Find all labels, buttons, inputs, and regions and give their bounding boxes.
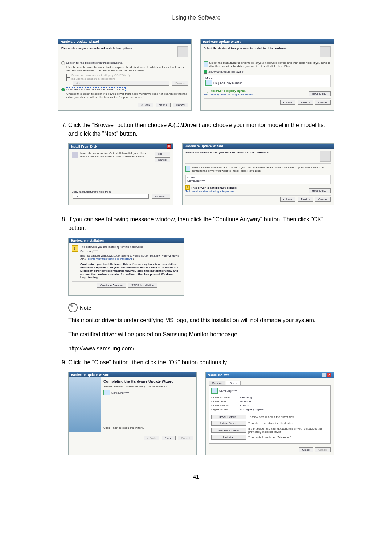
warning-icon: !: [185, 185, 190, 190]
uninstall-button[interactable]: Uninstall: [211, 435, 246, 440]
page-header: Using the Software: [0, 15, 392, 21]
driver-details-button[interactable]: Driver Details...: [211, 415, 246, 419]
close-icon[interactable]: ×: [327, 373, 331, 377]
hardware-installation-dialog: Hardware Installation ! The software you…: [68, 238, 184, 296]
back-button[interactable]: < Back: [280, 100, 296, 105]
page-number: 41: [0, 473, 392, 480]
check-label: Include this location in the search:: [71, 77, 115, 81]
why-signing-link[interactable]: Tell me why driver signing is important: [185, 190, 237, 193]
cancel-button[interactable]: Cancel: [315, 100, 331, 105]
close-button[interactable]: Close: [299, 447, 313, 452]
update-driver-button[interactable]: Update Driver...: [211, 421, 246, 426]
finish-button[interactable]: Finish: [162, 436, 176, 440]
titlebar: Samsung **** ×: [206, 372, 334, 378]
header-rule: [51, 24, 341, 24]
model-header: Model: [205, 77, 329, 80]
step-9: Click the "Close" button, then click the…: [68, 358, 334, 367]
next-button[interactable]: Next >: [298, 197, 313, 202]
cancel-button[interactable]: Cancel: [173, 103, 188, 107]
wizard-icon: [177, 46, 188, 57]
close-icon[interactable]: ×: [167, 144, 171, 149]
note-url: http://www.samsung.com/: [68, 344, 334, 353]
version-key: Driver Version:: [211, 404, 240, 407]
radio-label: Search for the best driver in these loca…: [66, 61, 123, 65]
note-p1: This monitor driver is under certifying …: [68, 316, 334, 325]
wizard-desc: The wizard has finished installing the s…: [103, 385, 193, 388]
tab-general[interactable]: General: [209, 381, 225, 385]
signer-val: Not digitally signed: [240, 408, 264, 411]
path-combo[interactable]: A:\: [73, 194, 149, 199]
back-button[interactable]: < Back: [138, 103, 154, 107]
dialog-desc: Insert the manufacturer's installation d…: [80, 152, 151, 162]
ok-button[interactable]: OK: [155, 152, 170, 156]
window-title: Hardware Installation: [71, 239, 104, 242]
monitor-icon: [211, 388, 218, 394]
monitor-icon: [205, 80, 212, 86]
option-desc: Choose this option to select the device …: [66, 92, 188, 99]
monitor-icon: [103, 390, 110, 395]
version-val: 1.0.0.0: [240, 404, 248, 407]
hwinst-line3b: ): [133, 257, 134, 260]
rollback-driver-button[interactable]: Roll Back Driver: [211, 428, 246, 433]
hwinst-line1: The software you are installing for this…: [80, 245, 181, 249]
window-title: Hardware Update Wizard: [185, 144, 223, 148]
titlebar: Hardware Update Wizard: [183, 144, 334, 149]
btn-desc: To view details about the driver files.: [248, 415, 328, 419]
date-key: Driver Date:: [211, 400, 240, 403]
warning-icon: !: [72, 245, 78, 252]
continue-anyway-button[interactable]: Continue Anyway: [97, 283, 126, 288]
wizard-heading: Please choose your search and installati…: [61, 46, 133, 50]
wizard-select-driver-unsigned: Hardware Update Wizard Select the device…: [182, 143, 334, 205]
model-value[interactable]: Plug and Play Monitor: [213, 81, 242, 85]
wizard-desc: Select the manufacturer and model of you…: [209, 61, 331, 68]
radio-dont-search[interactable]: [61, 88, 65, 91]
hwinst-bold: Continuing your installation of this sof…: [80, 263, 179, 279]
wizard-desc: Select the manufacturer and model of you…: [192, 166, 331, 172]
testing-important-link[interactable]: Tell me why this testing is important.: [86, 257, 133, 260]
wizard-heading: Select the device driver you want to ins…: [185, 151, 269, 154]
path-combo: A:\: [73, 81, 169, 86]
note-p2: The certified driver will be posted on S…: [68, 330, 334, 339]
date-val: 9/11/2001: [240, 400, 253, 403]
back-button[interactable]: < Back: [280, 197, 296, 202]
have-disk-button[interactable]: Have Disk...: [309, 188, 331, 193]
why-signing-link[interactable]: Tell me why driver signing is important: [204, 93, 253, 96]
monitor-icon: [185, 166, 190, 172]
wizard-heading: Select the device driver you want to ins…: [204, 46, 287, 50]
wizard-heading: Completing the Hardware Update Wizard: [103, 379, 193, 383]
option-desc: Use the check boxes below to limit or ex…: [66, 66, 188, 72]
copy-from-label: Copy manufacturer's files from:: [72, 190, 170, 193]
window-title: Samsung ****: [208, 373, 229, 377]
cancel-button[interactable]: Cancel: [315, 197, 331, 202]
browse-button[interactable]: Browse...: [152, 194, 170, 199]
signed-icon: [204, 89, 208, 93]
window-title: Hardware Update Wizard: [71, 373, 109, 377]
btn-desc: If the device fails after updating the d…: [248, 427, 328, 434]
next-button[interactable]: Next >: [298, 100, 313, 105]
model-value[interactable]: Samsung ****: [187, 179, 329, 182]
next-button[interactable]: Next >: [156, 103, 171, 107]
check-label: Search removable media (floppy, CD-ROM..…: [71, 74, 130, 77]
cancel-button[interactable]: Cancel: [155, 157, 170, 162]
disk-icon: [72, 152, 78, 158]
back-button: < Back: [144, 436, 159, 440]
help-icon[interactable]: [322, 373, 326, 377]
wizard-banner: [69, 377, 101, 432]
hwinst-device: Samsung ****: [80, 250, 181, 253]
cancel-button: Cancel: [178, 436, 193, 440]
tab-driver[interactable]: Driver: [226, 381, 240, 385]
wizard-search-options: Hardware Update Wizard Please choose you…: [58, 39, 192, 111]
signer-key: Digital Signer:: [211, 408, 240, 411]
btn-desc: To update the driver for this device.: [248, 422, 328, 425]
model-header: Model: [187, 176, 329, 179]
step-7: Click the "Browse" button then choose A:…: [68, 121, 334, 138]
radio-search-best[interactable]: [61, 61, 65, 65]
window-title: Hardware Update Wizard: [61, 40, 99, 44]
stop-installation-button[interactable]: STOP Installation: [128, 283, 157, 288]
check-show-compatible[interactable]: [204, 70, 207, 74]
wizard-icon: [320, 151, 331, 162]
have-disk-button[interactable]: Have Disk...: [309, 91, 331, 96]
wizard-icon: [320, 46, 331, 57]
wizard-select-driver-signed: Hardware Update Wizard Select the device…: [200, 39, 334, 111]
signed-text: This driver is digitally signed.: [209, 89, 246, 93]
